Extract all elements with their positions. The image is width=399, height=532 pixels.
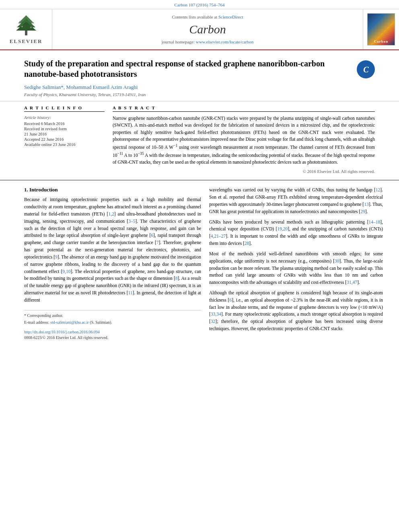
- svg-point-5: [31, 22, 33, 23]
- article-info-panel: A R T I C L E I N F O Article history: R…: [24, 105, 105, 174]
- right-column: wavelengths was carried out by varying t…: [209, 187, 383, 341]
- svg-point-6: [21, 26, 23, 27]
- main-body: 1. Introduction Because of intriguing op…: [0, 181, 399, 347]
- svg-rect-0: [25, 31, 27, 35]
- received-revised-label: Received in revised form: [24, 127, 105, 131]
- corresponding-author-note: * Corresponding author.: [24, 313, 201, 318]
- journal-info-center: Contents lists available at ScienceDirec…: [52, 9, 363, 49]
- journal-cover-section: Carbon: [363, 9, 399, 49]
- right-paragraph-2: GNRs have been produced by several metho…: [209, 219, 383, 247]
- elsevier-logo: ELSEVIER: [10, 14, 43, 45]
- right-paragraph-4: Although the optical absorption of graph…: [209, 290, 383, 333]
- left-column: 1. Introduction Because of intriguing op…: [24, 187, 201, 341]
- article-title-section: Study of the preparation and spectral re…: [0, 50, 399, 101]
- homepage-line: journal homepage: www.elsevier.com/locat…: [162, 39, 253, 44]
- article-affiliation: Faculty of Physics, Kharazmi University,…: [24, 92, 349, 97]
- email-link[interactable]: std-salimiani@khu.ac.ir: [50, 320, 89, 325]
- accepted-date: Accepted 22 June 2016: [24, 137, 105, 142]
- footnote-section: * Corresponding author. E-mail address: …: [24, 310, 201, 341]
- received-revised-date: 21 June 2016: [24, 132, 105, 136]
- svg-point-7: [30, 27, 32, 28]
- article-info-abstract-section: A R T I C L E I N F O Article history: R…: [0, 101, 399, 181]
- sciencedirect-link[interactable]: ScienceDirect: [218, 14, 243, 19]
- doi-link[interactable]: http://dx.doi.org/10.1016/j.carbon.2016.…: [24, 330, 100, 334]
- crossmark-svg: C: [358, 62, 374, 78]
- copyright-line: © 2016 Elsevier Ltd. All rights reserved…: [113, 169, 375, 174]
- journal-bar: Carbon 107 (2016) 754–764: [0, 0, 399, 9]
- article-info-label: A R T I C L E I N F O: [24, 105, 105, 112]
- article-title-text: Study of the preparation and spectral re…: [24, 58, 349, 97]
- section-title-text: Introduction: [29, 187, 58, 193]
- abstract-text: Narrow graphene nanoribbon-carbon nanotu…: [113, 115, 375, 166]
- svg-point-4: [19, 21, 21, 23]
- journal-cover-image: Carbon: [367, 13, 395, 45]
- elsevier-tree-icon: [12, 14, 40, 37]
- crossmark-icon: C: [357, 60, 375, 78]
- journal-cover-label: Carbon: [374, 39, 389, 43]
- article-main-title: Study of the preparation and spectral re…: [24, 58, 349, 79]
- sciencedirect-line: Contents lists available at ScienceDirec…: [172, 14, 243, 19]
- sciencedirect-prefix: Contents lists available at: [172, 14, 218, 19]
- svg-text:C: C: [363, 65, 369, 74]
- elsevier-brand-text: ELSEVIER: [10, 38, 43, 45]
- journal-title: Carbon: [189, 23, 226, 36]
- crossmark-badge: C: [357, 60, 375, 78]
- abstract-label: A B S T R A C T: [113, 105, 375, 112]
- elsevier-logo-section: ELSEVIER: [0, 9, 52, 49]
- introduction-title: 1. Introduction: [24, 187, 201, 193]
- right-paragraph-1: wavelengths was carried out by varying t…: [209, 187, 383, 215]
- article-history-label: Article history:: [24, 115, 105, 120]
- section-number: 1.: [24, 187, 28, 193]
- homepage-prefix: journal homepage:: [162, 39, 196, 44]
- right-paragraph-3: Most of the methods yield well-defined n…: [209, 251, 383, 286]
- email-note: E-mail address: std-salimiani@khu.ac.ir …: [24, 320, 201, 325]
- article-authors: Sedighe Salimian*, Mohammad Esmaeil Azim…: [24, 84, 349, 90]
- homepage-link[interactable]: www.elsevier.com/locate/carbon: [196, 39, 253, 44]
- issn-note: 0008-6223/© 2016 Elsevier Ltd. All right…: [24, 335, 201, 341]
- received-date: Received 6 March 2016: [24, 121, 105, 126]
- intro-paragraph-1: Because of intriguing optoelectronic pro…: [24, 196, 201, 304]
- available-date: Available online 23 June 2016: [24, 142, 105, 147]
- journal-citation: Carbon 107 (2016) 754–764: [175, 2, 225, 7]
- abstract-section: A B S T R A C T Narrow graphene nanoribb…: [113, 105, 375, 174]
- header-area: ELSEVIER Contents lists available at Sci…: [0, 9, 399, 50]
